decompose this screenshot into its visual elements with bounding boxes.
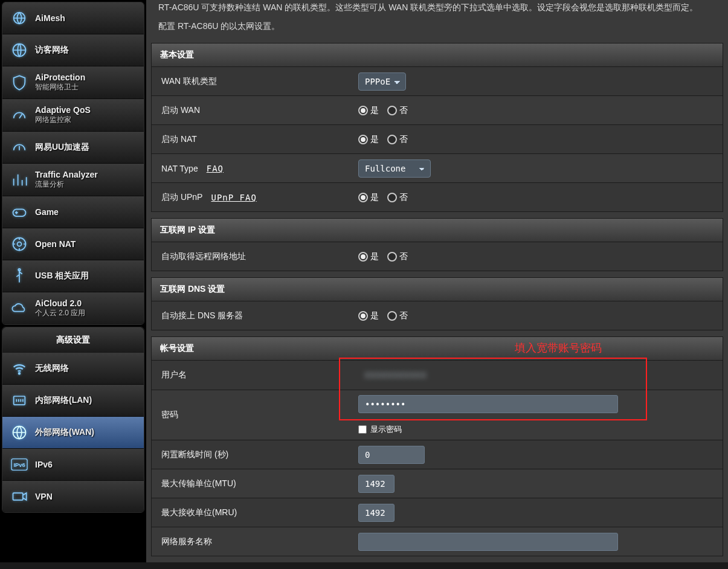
input-idle[interactable] xyxy=(358,446,425,464)
game-icon xyxy=(10,202,29,222)
input-username[interactable]: XXXXXXXXXXX xyxy=(358,365,433,385)
svg-rect-2 xyxy=(13,209,26,216)
nav-label: IPv6 xyxy=(35,460,53,469)
link-nat-faq[interactable]: FAQ xyxy=(207,164,224,173)
label-show-password: 显示密码 xyxy=(370,424,402,435)
input-mtu[interactable] xyxy=(358,475,395,493)
advanced-header: 高级设置 xyxy=(2,327,144,353)
radio-autodns-no[interactable] xyxy=(387,311,397,321)
nav-guest-network[interactable]: 访客网络 xyxy=(2,34,144,66)
nav-wan[interactable]: 外部网络(WAN) xyxy=(2,417,144,449)
nav-sublabel: 网络监控家 xyxy=(35,115,91,125)
radio-label: 否 xyxy=(399,192,408,203)
lan-icon xyxy=(10,391,29,410)
label-enable-upnp: 启动 UPnP xyxy=(161,192,202,203)
label-enable-wan: 启动 WAN xyxy=(152,98,351,123)
nav-traffic-analyzer[interactable]: Traffic Analyzer 流量分析 xyxy=(2,164,144,196)
input-password[interactable] xyxy=(358,395,618,413)
label-auto-dns: 自动接上 DNS 服务器 xyxy=(152,303,351,329)
nav-aiprotection[interactable]: AiProtection 智能网络卫士 xyxy=(2,66,144,99)
nav-sublabel: 个人云 2.0 应用 xyxy=(35,308,85,318)
select-nat-type[interactable]: Fullcone xyxy=(358,159,431,178)
checkbox-show-password[interactable] xyxy=(358,425,367,434)
radio-upnp-yes[interactable] xyxy=(358,193,368,202)
input-mru[interactable] xyxy=(358,504,395,522)
nav-label: 内部网络(LAN) xyxy=(35,395,92,406)
nav-aimesh[interactable]: AiMesh xyxy=(2,2,144,34)
radio-autoip-no[interactable] xyxy=(387,252,397,262)
nav-label: Open NAT xyxy=(35,239,76,249)
nat-icon xyxy=(10,234,29,254)
nav-usb-apps[interactable]: USB 相关应用 xyxy=(2,260,144,292)
svg-text:IPv6: IPv6 xyxy=(13,462,25,468)
panel-basic: 基本设置 WAN 联机类型 PPPoE 启动 WAN 是 否 启动 NAT 是 … xyxy=(151,43,723,212)
intro-text: RT-AC86U 可支持数种连结 WAN 的联机类型。这些类型可从 WAN 联机… xyxy=(151,0,723,21)
usb-icon xyxy=(10,266,29,286)
radio-nat-no[interactable] xyxy=(387,135,397,144)
wifi-icon xyxy=(10,359,29,378)
main-content: RT-AC86U 可支持数种连结 WAN 的联机类型。这些类型可从 WAN 联机… xyxy=(146,0,728,562)
radio-label: 是 xyxy=(370,251,379,262)
nav-label: AiCloud 2.0 xyxy=(35,298,85,308)
label-service: 网络服务名称 xyxy=(152,529,351,555)
radio-wan-no[interactable] xyxy=(387,106,397,115)
globe-icon xyxy=(10,423,29,442)
label-mtu: 最大传输单位(MTU) xyxy=(152,471,351,497)
input-service[interactable] xyxy=(358,533,618,551)
svg-rect-11 xyxy=(13,493,23,500)
radio-autoip-yes[interactable] xyxy=(358,252,368,262)
nav-label: 无线网络 xyxy=(35,363,69,374)
label-mru: 最大接收单位(MRU) xyxy=(152,500,351,526)
radio-label: 是 xyxy=(370,310,379,321)
nav-wireless[interactable]: 无线网络 xyxy=(2,353,144,385)
radio-label: 否 xyxy=(399,251,408,262)
nav-label: USB 相关应用 xyxy=(35,271,89,281)
annotation-text: 填入宽带账号密码 xyxy=(515,341,602,355)
panel-account: 帐号设置 填入宽带账号密码 用户名 XXXXXXXXXXX 密码 显示密码 闲置… xyxy=(151,336,723,556)
section-title: 互联网 IP 设置 xyxy=(152,219,723,242)
nav-label: VPN xyxy=(35,492,53,501)
nav-adaptive-qos[interactable]: Adaptive QoS 网络监控家 xyxy=(2,99,144,132)
nav-label: 访客网络 xyxy=(35,45,69,56)
radio-autodns-yes[interactable] xyxy=(358,311,368,321)
nav-uu-accelerator[interactable]: 网易UU加速器 xyxy=(2,132,144,164)
guest-icon xyxy=(10,40,29,60)
nav-game[interactable]: Game xyxy=(2,196,144,228)
label-idle: 闲置断线时间 (秒) xyxy=(152,442,351,468)
label-username: 用户名 xyxy=(152,362,351,388)
nav-label: AiProtection xyxy=(35,72,85,82)
cloud-icon xyxy=(10,299,29,318)
radio-label: 是 xyxy=(370,105,379,116)
label-password: 密码 xyxy=(152,402,351,428)
section-title: 基本设置 xyxy=(152,43,723,66)
nav-label: 外部网络(WAN) xyxy=(35,427,94,438)
label-nat-type: NAT Type xyxy=(161,164,198,173)
nav-aicloud[interactable]: AiCloud 2.0 个人云 2.0 应用 xyxy=(2,292,144,324)
aimesh-icon xyxy=(10,8,29,28)
svg-point-6 xyxy=(19,373,20,374)
radio-wan-yes[interactable] xyxy=(358,106,368,115)
nav-label: Game xyxy=(35,207,59,217)
nav-open-nat[interactable]: Open NAT xyxy=(2,228,144,260)
shield-icon xyxy=(10,73,29,92)
section-title: 互联网 DNS 设置 xyxy=(152,278,723,301)
label-enable-nat: 启动 NAT xyxy=(152,127,351,152)
sidebar: AiMesh 访客网络 AiProtection 智能网络卫士 xyxy=(0,0,146,562)
radio-upnp-no[interactable] xyxy=(387,193,397,202)
nav-vpn[interactable]: VPN xyxy=(2,481,144,512)
radio-label: 否 xyxy=(399,310,408,321)
nav-label: AiMesh xyxy=(35,13,65,23)
label-conn-type: WAN 联机类型 xyxy=(152,69,351,94)
radio-label: 否 xyxy=(399,134,408,145)
select-conn-type[interactable]: PPPoE xyxy=(358,72,406,91)
nav-label: Traffic Analyzer xyxy=(35,170,98,179)
panel-ip: 互联网 IP 设置 自动取得远程网络地址 是 否 xyxy=(151,218,723,271)
chart-icon xyxy=(10,170,29,190)
link-upnp-faq[interactable]: UPnP FAQ xyxy=(211,193,256,202)
radio-nat-yes[interactable] xyxy=(358,135,368,144)
nav-ipv6[interactable]: IPv6 IPv6 xyxy=(2,449,144,481)
ipv6-icon: IPv6 xyxy=(10,455,29,474)
nav-sublabel: 流量分析 xyxy=(35,179,98,190)
nav-lan[interactable]: 内部网络(LAN) xyxy=(2,385,144,417)
radio-label: 是 xyxy=(370,134,379,145)
